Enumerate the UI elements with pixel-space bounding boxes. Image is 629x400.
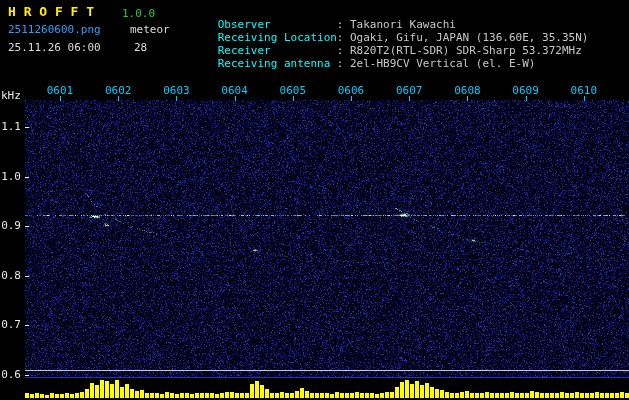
x-tick-label: 0603 — [163, 84, 190, 97]
location-value: : Ogaki, Gifu, JAPAN (136.60E, 35.35N) — [337, 31, 589, 44]
y-tick-label: 0.7 — [0, 318, 21, 331]
y-tick-label: 0.8 — [0, 269, 21, 282]
echo-count: 28 — [134, 41, 147, 54]
station-info: Observer: Takanori Kawachi Receiving Loc… — [178, 5, 588, 57]
observation-datetime: 25.11.26 06:00 — [8, 41, 101, 54]
output-filename: 2511260600.png — [8, 23, 101, 36]
x-tick-label: 0604 — [221, 84, 248, 97]
observer-row: Observer: Takanori Kawachi — [178, 5, 588, 18]
x-tick-label: 0608 — [454, 84, 481, 97]
antenna-label: Receiving antenna — [218, 57, 337, 70]
app-title: H R O F F T — [8, 5, 94, 18]
y-tick-label: 1.0 — [0, 170, 21, 183]
observer-label: Observer — [218, 18, 337, 31]
app-version: 1.0.0 — [122, 7, 155, 20]
x-tick-label: 0605 — [280, 84, 307, 97]
location-label: Receiving Location — [218, 31, 337, 44]
hrofft-output-window: H R O F F T 1.0.0 2511260600.png meteor … — [0, 0, 629, 400]
antenna-value: : 2el-HB9CV Vertical (el. E-W) — [337, 57, 536, 70]
x-tick-label: 0610 — [571, 84, 598, 97]
y-tick-label: 0.6 — [0, 368, 21, 381]
y-tick-label: 0.9 — [0, 219, 21, 232]
mode-label: meteor — [130, 23, 170, 36]
y-axis-unit-label: kHz — [1, 89, 21, 102]
x-tick-label: 0601 — [47, 84, 74, 97]
x-tick-label: 0606 — [338, 84, 365, 97]
x-tick-label: 0602 — [105, 84, 132, 97]
x-tick-label: 0609 — [512, 84, 539, 97]
receiver-value: : R820T2(RTL-SDR) SDR-Sharp 53.372MHz — [337, 44, 582, 57]
observer-value: : Takanori Kawachi — [337, 18, 456, 31]
x-tick-label: 0607 — [396, 84, 423, 97]
receiver-label: Receiver — [218, 44, 337, 57]
y-tick-label: 1.1 — [0, 120, 21, 133]
